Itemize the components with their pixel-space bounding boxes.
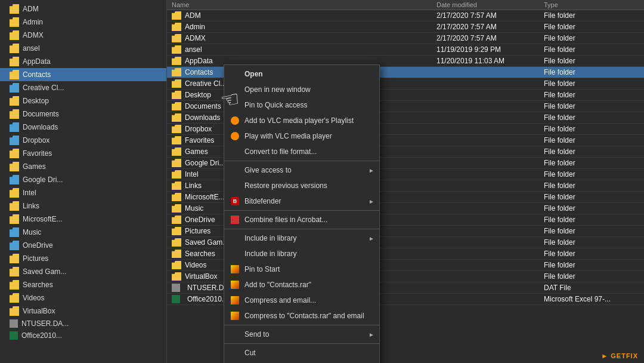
menu-label: Open: [244, 70, 263, 78]
sidebar-label: AppData: [23, 57, 51, 66]
table-row[interactable]: ansel 11/19/2019 9:29 PM File folder: [167, 44, 644, 56]
sidebar-item-microsoft[interactable]: MicrosoftE...: [0, 213, 166, 226]
sidebar-item-games[interactable]: Games: [0, 160, 166, 173]
file-name-text: Videos: [185, 261, 206, 269]
menu-item-compress-contacts-email[interactable]: Compress to "Contacts.rar" and email: [224, 308, 379, 324]
dat-icon: [172, 284, 180, 292]
sidebar-item-admx[interactable]: ADMX: [0, 29, 166, 42]
sidebar-item-favorites[interactable]: Favorites: [0, 147, 166, 160]
file-date: 11/19/2019 9:29 PM: [436, 45, 544, 54]
file-type: Microsoft Excel 97-...: [544, 295, 639, 303]
submenu-arrow-icon: ►: [369, 198, 374, 205]
file-type: File folder: [544, 91, 639, 99]
file-name-text: Downloads: [185, 113, 220, 122]
folder-icon: [10, 188, 19, 198]
menu-item-include-library[interactable]: Include in library ►: [224, 230, 379, 246]
sidebar-item-ansel[interactable]: ansel: [0, 42, 166, 55]
sidebar-item-admin[interactable]: Admin: [0, 16, 166, 29]
folder-icon: [10, 306, 19, 316]
table-row[interactable]: ADM 2/17/2020 7:57 AM File folder: [167, 10, 644, 21]
file-list-header: Name Date modified Type: [167, 0, 644, 10]
sidebar-label: Documents: [23, 110, 59, 118]
menu-separator: [224, 325, 379, 325]
file-type: File folder: [544, 79, 639, 88]
sidebar-item-adm[interactable]: ADM: [0, 2, 166, 16]
sidebar-item-pictures[interactable]: Pictures: [0, 252, 166, 265]
menu-item-cut[interactable]: Cut: [224, 345, 379, 361]
folder-icon: [10, 122, 19, 132]
menu-item-open[interactable]: Open: [224, 66, 379, 82]
folder-icon: [172, 125, 181, 133]
menu-item-convert[interactable]: Convert to file format...: [224, 144, 379, 159]
menu-separator: [224, 229, 379, 229]
menu-item-add-contacts-rar[interactable]: Add to "Contacts.rar": [224, 277, 379, 293]
folder-icon: [172, 147, 181, 156]
sidebar-item-searches[interactable]: Searches: [0, 278, 166, 291]
sidebar-item-onedrive[interactable]: OneDrive: [0, 239, 166, 252]
file-type: File folder: [544, 23, 639, 31]
table-row[interactable]: ADMX 2/17/2020 7:57 AM File folder: [167, 33, 644, 44]
menu-label: Give access to: [244, 166, 292, 174]
menu-item-pin-start[interactable]: Include in library: [224, 246, 379, 262]
sidebar-item-videos[interactable]: Videos: [0, 291, 166, 304]
sidebar-item-office[interactable]: Office2010...: [0, 330, 166, 342]
excel-icon: [10, 331, 18, 340]
folder-icon: [10, 70, 19, 79]
sidebar-item-contacts[interactable]: Contacts: [0, 68, 166, 81]
folder-icon: [10, 201, 19, 211]
folder-icon: [172, 216, 181, 224]
sidebar-item-desktop[interactable]: Desktop: [0, 94, 166, 107]
excel-icon: [172, 295, 180, 303]
sidebar-item-dropbox[interactable]: Dropbox: [0, 134, 166, 147]
watermark-prefix: ► GET: [601, 352, 626, 359]
sidebar-item-savedgames[interactable]: Saved Gam...: [0, 265, 166, 278]
sidebar-item-creative[interactable]: Creative Cl...: [0, 81, 166, 94]
file-name-text: ansel: [185, 45, 202, 54]
menu-item-vlc-play[interactable]: Play with VLC media player: [224, 128, 379, 144]
file-name-text: Office2010...: [187, 295, 228, 303]
folder-icon: [172, 79, 181, 88]
sidebar-label: Videos: [23, 294, 44, 302]
sidebar-item-documents[interactable]: Documents: [0, 107, 166, 121]
watermark: ► GETFIX: [601, 352, 638, 359]
menu-item-bitdefender[interactable]: B Bitdefender ►: [224, 193, 379, 209]
file-name-text: Creative Cl...: [185, 79, 226, 88]
menu-item-vlc-playlist[interactable]: Add to VLC media player's Playlist: [224, 113, 379, 128]
file-name-text: Music: [185, 204, 203, 213]
file-type: File folder: [544, 147, 639, 156]
file-name-text: Desktop: [185, 91, 211, 99]
file-type: File folder: [544, 125, 639, 133]
file-name-text: Dropbox: [185, 125, 212, 133]
sidebar-item-appdata[interactable]: AppData: [0, 55, 166, 68]
menu-item-acrobat[interactable]: Combine files in Acrobat...: [224, 212, 379, 227]
sidebar-item-ntuser[interactable]: NTUSER.DA...: [0, 318, 166, 330]
table-row[interactable]: Admin 2/17/2020 7:57 AM File folder: [167, 21, 644, 33]
folder-icon: [10, 4, 19, 14]
folder-icon: [10, 214, 19, 224]
menu-icon-restore: [230, 181, 240, 190]
sidebar-item-links[interactable]: Links: [0, 199, 166, 213]
col-type: Type: [544, 1, 639, 8]
folder-icon: [172, 227, 181, 235]
menu-item-send-to[interactable]: Send to ►: [224, 327, 379, 342]
menu-item-restore[interactable]: Restore previous versions: [224, 178, 379, 193]
menu-item-add-archive[interactable]: Pin to Start: [224, 262, 379, 277]
folder-icon: [172, 159, 181, 167]
file-name-text: Games: [185, 147, 208, 156]
menu-item-pin-quick-access[interactable]: Pin to Quick access: [224, 97, 379, 113]
sidebar-item-intel[interactable]: Intel: [0, 186, 166, 199]
menu-icon-convert: [230, 147, 240, 156]
menu-item-compress-email[interactable]: Compress and email...: [224, 293, 379, 308]
file-date: 2/17/2020 7:57 AM: [436, 23, 544, 31]
menu-label: Include in library: [244, 234, 296, 242]
folder-icon: [172, 136, 181, 144]
menu-item-copy[interactable]: Copy: [224, 361, 379, 363]
sidebar-item-downloads[interactable]: Downloads: [0, 121, 166, 134]
sidebar-item-music[interactable]: Music: [0, 226, 166, 239]
folder-icon: [10, 149, 19, 158]
menu-label: Open in new window: [244, 85, 311, 94]
sidebar-item-googledrive[interactable]: Google Dri...: [0, 173, 166, 186]
sidebar-item-virtualbox[interactable]: VirtualBox: [0, 304, 166, 318]
menu-item-give-access[interactable]: Give access to ►: [224, 162, 379, 178]
menu-item-open-new-window[interactable]: Open in new window: [224, 82, 379, 97]
